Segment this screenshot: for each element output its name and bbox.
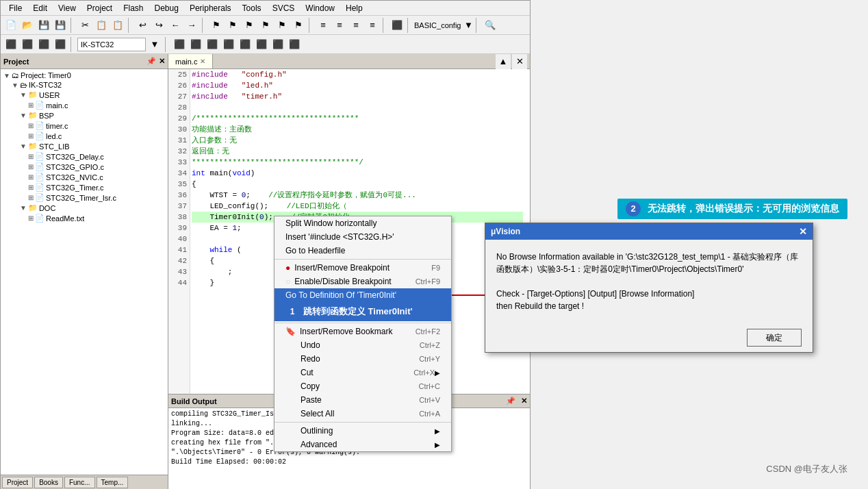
tb-e1[interactable]: ≡ bbox=[348, 18, 363, 33]
tree-user[interactable]: ▼ 📁 USER bbox=[18, 90, 166, 100]
ctx-enable-breakpoint[interactable]: ○ Enable/Disable Breakpoint Ctrl+F9 bbox=[275, 275, 451, 288]
ctx-bookmark[interactable]: 🔖 Insert/Remove Bookmark Ctrl+F2 bbox=[275, 325, 451, 338]
tree-nvic-c[interactable]: ⊞ 📄 STC32G_NVIC.c bbox=[27, 172, 166, 182]
tb2-b12[interactable]: ⬛ bbox=[270, 37, 285, 52]
menu-edit[interactable]: Edit bbox=[27, 2, 53, 14]
gpio-c-label: STC32G_GPIO.c bbox=[46, 163, 104, 171]
bsp-label: BSP bbox=[39, 112, 54, 120]
editor-close-btn[interactable]: ✕ bbox=[512, 54, 527, 69]
editor-tab-main-c[interactable]: main.c ✕ bbox=[168, 54, 213, 68]
tb-cut[interactable]: ✂ bbox=[77, 18, 92, 33]
ctx-advanced[interactable]: Advanced bbox=[275, 438, 451, 451]
ctx-undo[interactable]: Undo Ctrl+Z bbox=[275, 338, 451, 352]
ctx-redo[interactable]: Redo Ctrl+Y bbox=[275, 352, 451, 366]
ctx-goto-header[interactable]: Go to Headerfile bbox=[275, 244, 451, 258]
tb-b6[interactable]: ⚑ bbox=[291, 18, 306, 33]
tree-gpio-c[interactable]: ⊞ 📄 STC32G_GPIO.c bbox=[27, 162, 166, 172]
menu-file[interactable]: File bbox=[3, 2, 27, 14]
ctx-select-all-label: Select All bbox=[301, 409, 419, 418]
tb2-b4[interactable]: ⬛ bbox=[53, 37, 68, 52]
tb2-b11[interactable]: ⬛ bbox=[254, 37, 269, 52]
tb-b4[interactable]: ⚑ bbox=[258, 18, 273, 33]
project-pin[interactable]: 📌 bbox=[146, 57, 156, 66]
ptab-temp[interactable]: Temp... bbox=[97, 477, 129, 488]
tb-b3[interactable]: ⚑ bbox=[242, 18, 257, 33]
menu-debug[interactable]: Debug bbox=[149, 2, 184, 14]
ctx-select-all[interactable]: Select All Ctrl+A bbox=[275, 407, 451, 421]
tree-bsp[interactable]: ▼ 📁 BSP bbox=[18, 110, 166, 121]
ptab-project[interactable]: Project bbox=[2, 477, 33, 488]
project-close[interactable]: ✕ bbox=[159, 57, 165, 66]
editor-up-btn[interactable]: ▲ bbox=[496, 54, 511, 69]
ctx-copy[interactable]: Copy Ctrl+C bbox=[275, 379, 451, 393]
tb-paste[interactable]: 📋 bbox=[110, 18, 125, 33]
tb-b2[interactable]: ⚑ bbox=[225, 18, 240, 33]
menu-tools[interactable]: Tools bbox=[237, 2, 267, 14]
dialog-close-btn[interactable]: ✕ bbox=[799, 226, 807, 237]
tree-doc[interactable]: ▼ 📁 DOC bbox=[18, 203, 166, 213]
ctx-bp-shortcut: F9 bbox=[431, 264, 440, 272]
tb-outdent[interactable]: ≡ bbox=[332, 18, 347, 33]
tb-new[interactable]: 📄 bbox=[3, 18, 18, 33]
tb-e2[interactable]: ≡ bbox=[365, 18, 380, 33]
tb-open[interactable]: 📂 bbox=[20, 18, 35, 33]
ptab-func[interactable]: Func... bbox=[64, 477, 95, 488]
menu-flash[interactable]: Flash bbox=[118, 2, 149, 14]
tree-timer-c[interactable]: ⊞ 📄 timer.c bbox=[27, 121, 166, 131]
tb-b1[interactable]: ⚑ bbox=[209, 18, 224, 33]
tb-save-all[interactable]: 💾 bbox=[53, 18, 68, 33]
ctx-goto-definition[interactable]: Go To Definition Of 'Timer0Init' bbox=[275, 288, 451, 302]
ctx-paste[interactable]: Paste Ctrl+V bbox=[275, 393, 451, 407]
tb-forward[interactable]: → bbox=[184, 18, 199, 33]
tb-back[interactable]: ← bbox=[168, 18, 183, 33]
tree-main-c[interactable]: ⊞ 📄 main.c bbox=[27, 100, 166, 110]
tb-copy[interactable]: 📋 bbox=[94, 18, 109, 33]
tb2-b10[interactable]: ⬛ bbox=[238, 37, 253, 52]
tb-indent[interactable]: ≡ bbox=[316, 18, 331, 33]
ik-stc32-label: IK-STC32 bbox=[29, 81, 62, 89]
tree-timer-chip-c[interactable]: ⊞ 📄 STC32G_Timer.c bbox=[27, 182, 166, 192]
ctx-split-window[interactable]: Split Window horizontally bbox=[275, 216, 451, 230]
tb2-b6[interactable]: ⬛ bbox=[172, 37, 187, 52]
tb2-b1[interactable]: ⬛ bbox=[3, 37, 18, 52]
tb2-b8[interactable]: ⬛ bbox=[205, 37, 220, 52]
ctx-insert-breakpoint[interactable]: ● Insert/Remove Breakpoint F9 bbox=[275, 261, 451, 275]
tab-close-btn[interactable]: ✕ bbox=[200, 58, 205, 65]
build-close[interactable]: ✕ bbox=[521, 397, 527, 405]
tb2-b9[interactable]: ⬛ bbox=[221, 37, 236, 52]
ctx-cut[interactable]: Cut Ctrl+X bbox=[275, 366, 451, 379]
tree-root[interactable]: ▼ 🗂 Project: Timer0 bbox=[2, 71, 166, 80]
menu-project[interactable]: Project bbox=[81, 2, 118, 14]
tree-delay-c[interactable]: ⊞ 📄 STC32G_Delay.c bbox=[27, 151, 166, 162]
menu-help[interactable]: Help bbox=[340, 2, 368, 14]
tree-ik-stc32[interactable]: ▼ 🗁 IK-STC32 bbox=[10, 80, 166, 90]
tb-blk[interactable]: ⬛ bbox=[390, 18, 405, 33]
tree-timer-isr-c[interactable]: ⊞ 📄 STC32G_Timer_Isr.c bbox=[27, 192, 166, 203]
tb2-b13[interactable]: ⬛ bbox=[287, 37, 302, 52]
tree-stc-lib[interactable]: ▼ 📁 STC_LIB bbox=[18, 141, 166, 151]
tree-readme[interactable]: ⊞ 📄 ReadMe.txt bbox=[27, 213, 166, 223]
tb2-b5[interactable]: ▼ bbox=[147, 37, 162, 52]
build-pin[interactable]: 📌 bbox=[506, 397, 515, 405]
ptab-books[interactable]: Books bbox=[34, 477, 63, 488]
ctx-outlining[interactable]: Outlining bbox=[275, 424, 451, 438]
ln-26: 26 bbox=[168, 80, 190, 91]
dialog-ok-button[interactable]: 确定 bbox=[747, 329, 802, 347]
menu-window[interactable]: Window bbox=[300, 2, 340, 14]
menu-svcs[interactable]: SVCS bbox=[267, 2, 301, 14]
tb-config[interactable]: ▼ bbox=[463, 18, 473, 33]
target-select[interactable] bbox=[77, 38, 146, 51]
menu-view[interactable]: View bbox=[53, 2, 81, 14]
ctx-sep1 bbox=[275, 259, 451, 260]
tb-search[interactable]: 🔍 bbox=[483, 18, 498, 33]
tb-redo[interactable]: ↪ bbox=[151, 18, 166, 33]
tb-b5[interactable]: ⚑ bbox=[275, 18, 290, 33]
tb-save[interactable]: 💾 bbox=[36, 18, 51, 33]
tb2-b2[interactable]: ⬛ bbox=[20, 37, 35, 52]
tree-led-c[interactable]: ⊞ 📄 led.c bbox=[27, 131, 166, 141]
menu-peripherals[interactable]: Peripherals bbox=[184, 2, 237, 14]
ctx-insert-include[interactable]: Insert '#include <STC32G.H>' bbox=[275, 230, 451, 244]
tb2-b7[interactable]: ⬛ bbox=[188, 37, 203, 52]
tb-undo[interactable]: ↩ bbox=[135, 18, 150, 33]
tb2-b3[interactable]: ⬛ bbox=[36, 37, 51, 52]
